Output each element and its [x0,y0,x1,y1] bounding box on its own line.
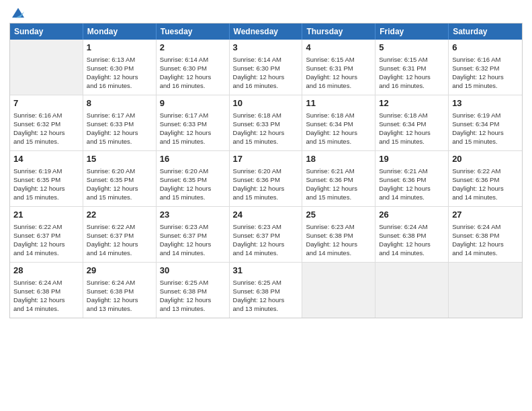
cell-info: Sunrise: 6:20 AM Sunset: 6:36 PM Dayligh… [233,167,299,202]
calendar-cell: 9Sunrise: 6:17 AM Sunset: 6:33 PM Daylig… [157,95,230,150]
calendar-cell: 8Sunrise: 6:17 AM Sunset: 6:33 PM Daylig… [83,95,157,150]
day-number: 15 [87,153,152,165]
cell-info: Sunrise: 6:20 AM Sunset: 6:35 PM Dayligh… [160,167,226,202]
day-number: 14 [13,153,79,165]
calendar-week-row: 1Sunrise: 6:13 AM Sunset: 6:30 PM Daylig… [10,40,522,95]
calendar-cell: 18Sunrise: 6:21 AM Sunset: 6:36 PM Dayli… [302,151,375,206]
day-number: 3 [233,42,299,54]
calendar-header-cell: Saturday [449,24,522,40]
cell-info: Sunrise: 6:23 AM Sunset: 6:37 PM Dayligh… [233,222,299,258]
day-number: 27 [452,209,519,221]
calendar-cell: 11Sunrise: 6:18 AM Sunset: 6:34 PM Dayli… [302,95,375,150]
cell-info: Sunrise: 6:23 AM Sunset: 6:38 PM Dayligh… [306,222,371,258]
calendar-cell: 5Sunrise: 6:15 AM Sunset: 6:31 PM Daylig… [375,40,449,95]
day-number: 9 [160,97,226,109]
day-number: 23 [160,209,226,221]
cell-info: Sunrise: 6:17 AM Sunset: 6:33 PM Dayligh… [160,111,226,146]
header [0,0,532,23]
day-number: 16 [160,153,226,165]
calendar-cell: 13Sunrise: 6:19 AM Sunset: 6:34 PM Dayli… [449,95,522,150]
calendar-cell: 4Sunrise: 6:15 AM Sunset: 6:31 PM Daylig… [302,40,375,95]
day-number: 12 [379,97,445,109]
calendar-header-cell: Tuesday [157,24,230,40]
cell-info: Sunrise: 6:13 AM Sunset: 6:30 PM Dayligh… [87,55,152,91]
day-number: 1 [87,42,152,54]
calendar-cell: 25Sunrise: 6:23 AM Sunset: 6:38 PM Dayli… [302,207,375,262]
day-number: 20 [452,153,519,165]
cell-info: Sunrise: 6:16 AM Sunset: 6:32 PM Dayligh… [13,111,79,146]
svg-marker-0 [12,8,24,17]
calendar-cell: 20Sunrise: 6:22 AM Sunset: 6:36 PM Dayli… [449,151,522,206]
calendar-cell: 3Sunrise: 6:14 AM Sunset: 6:30 PM Daylig… [230,40,303,95]
calendar-header-cell: Friday [375,24,449,40]
cell-info: Sunrise: 6:15 AM Sunset: 6:31 PM Dayligh… [379,55,445,91]
calendar-week-row: 7Sunrise: 6:16 AM Sunset: 6:32 PM Daylig… [10,95,522,151]
calendar-cell: 27Sunrise: 6:24 AM Sunset: 6:38 PM Dayli… [449,207,522,262]
calendar-cell: 26Sunrise: 6:24 AM Sunset: 6:38 PM Dayli… [375,207,449,262]
day-number: 2 [160,42,226,54]
calendar-header-row: SundayMondayTuesdayWednesdayThursdayFrid… [10,24,522,40]
calendar: SundayMondayTuesdayWednesdayThursdayFrid… [9,23,523,318]
day-number: 17 [233,153,299,165]
calendar-body: 1Sunrise: 6:13 AM Sunset: 6:30 PM Daylig… [10,40,522,318]
day-number: 4 [306,42,371,54]
cell-info: Sunrise: 6:22 AM Sunset: 6:36 PM Dayligh… [452,167,519,202]
calendar-cell: 28Sunrise: 6:24 AM Sunset: 6:38 PM Dayli… [10,263,83,318]
calendar-cell: 24Sunrise: 6:23 AM Sunset: 6:37 PM Dayli… [230,207,303,262]
calendar-cell: 7Sunrise: 6:16 AM Sunset: 6:32 PM Daylig… [10,95,83,150]
cell-info: Sunrise: 6:23 AM Sunset: 6:37 PM Dayligh… [160,222,226,258]
calendar-week-row: 28Sunrise: 6:24 AM Sunset: 6:38 PM Dayli… [10,263,522,318]
calendar-cell: 30Sunrise: 6:25 AM Sunset: 6:38 PM Dayli… [157,263,230,318]
day-number: 31 [233,265,299,277]
calendar-cell: 17Sunrise: 6:20 AM Sunset: 6:36 PM Dayli… [230,151,303,206]
cell-info: Sunrise: 6:17 AM Sunset: 6:33 PM Dayligh… [87,111,152,146]
day-number: 30 [160,265,226,277]
cell-info: Sunrise: 6:22 AM Sunset: 6:37 PM Dayligh… [87,222,152,258]
cell-info: Sunrise: 6:18 AM Sunset: 6:33 PM Dayligh… [233,111,299,146]
cell-info: Sunrise: 6:18 AM Sunset: 6:34 PM Dayligh… [379,111,445,146]
logo [11,8,24,19]
day-number: 25 [306,209,371,221]
calendar-cell: 31Sunrise: 6:25 AM Sunset: 6:38 PM Dayli… [230,263,303,318]
day-number: 26 [379,209,445,221]
day-number: 13 [452,97,519,109]
day-number: 29 [87,265,152,277]
calendar-cell: 16Sunrise: 6:20 AM Sunset: 6:35 PM Dayli… [157,151,230,206]
calendar-cell [10,40,83,95]
day-number: 10 [233,97,299,109]
cell-info: Sunrise: 6:25 AM Sunset: 6:38 PM Dayligh… [233,278,299,314]
cell-info: Sunrise: 6:20 AM Sunset: 6:35 PM Dayligh… [87,167,152,202]
calendar-cell: 23Sunrise: 6:23 AM Sunset: 6:37 PM Dayli… [157,207,230,262]
logo-icon [12,7,24,19]
calendar-header-cell: Monday [83,24,157,40]
calendar-header-cell: Sunday [10,24,83,40]
calendar-cell: 22Sunrise: 6:22 AM Sunset: 6:37 PM Dayli… [83,207,157,262]
cell-info: Sunrise: 6:18 AM Sunset: 6:34 PM Dayligh… [306,111,371,146]
cell-info: Sunrise: 6:15 AM Sunset: 6:31 PM Dayligh… [306,55,371,91]
calendar-header-cell: Thursday [302,24,375,40]
calendar-cell [302,263,375,318]
day-number: 5 [379,42,445,54]
page: SundayMondayTuesdayWednesdayThursdayFrid… [0,0,532,411]
calendar-cell: 2Sunrise: 6:14 AM Sunset: 6:30 PM Daylig… [157,40,230,95]
cell-info: Sunrise: 6:24 AM Sunset: 6:38 PM Dayligh… [452,222,519,258]
calendar-week-row: 14Sunrise: 6:19 AM Sunset: 6:35 PM Dayli… [10,151,522,207]
cell-info: Sunrise: 6:24 AM Sunset: 6:38 PM Dayligh… [379,222,445,258]
calendar-week-row: 21Sunrise: 6:22 AM Sunset: 6:37 PM Dayli… [10,207,522,263]
calendar-cell: 15Sunrise: 6:20 AM Sunset: 6:35 PM Dayli… [83,151,157,206]
calendar-cell: 29Sunrise: 6:24 AM Sunset: 6:38 PM Dayli… [83,263,157,318]
day-number: 7 [13,97,79,109]
day-number: 22 [87,209,152,221]
cell-info: Sunrise: 6:16 AM Sunset: 6:32 PM Dayligh… [452,55,519,91]
calendar-cell: 6Sunrise: 6:16 AM Sunset: 6:32 PM Daylig… [449,40,522,95]
day-number: 8 [87,97,152,109]
cell-info: Sunrise: 6:24 AM Sunset: 6:38 PM Dayligh… [13,278,79,314]
calendar-header-cell: Wednesday [230,24,303,40]
day-number: 11 [306,97,371,109]
calendar-cell [375,263,449,318]
calendar-cell: 12Sunrise: 6:18 AM Sunset: 6:34 PM Dayli… [375,95,449,150]
calendar-cell: 10Sunrise: 6:18 AM Sunset: 6:33 PM Dayli… [230,95,303,150]
calendar-cell: 19Sunrise: 6:21 AM Sunset: 6:36 PM Dayli… [375,151,449,206]
day-number: 28 [13,265,79,277]
calendar-cell: 21Sunrise: 6:22 AM Sunset: 6:37 PM Dayli… [10,207,83,262]
